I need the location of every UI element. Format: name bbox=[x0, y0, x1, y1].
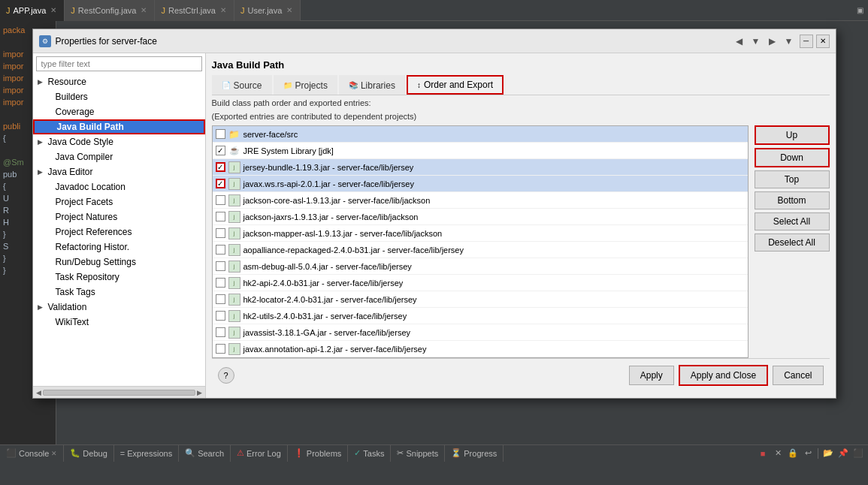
list-item-aopalliance[interactable]: j aopalliance-repackaged-2.4.0-b31.jar -… bbox=[213, 242, 748, 258]
cancel-button[interactable]: Cancel bbox=[773, 366, 823, 385]
jar-icon-10: j bbox=[228, 310, 240, 322]
tab-label-restctrl: RestCtrl.java bbox=[168, 6, 216, 15]
checkbox-javax-annotation[interactable] bbox=[216, 344, 225, 354]
list-item-javax-ws[interactable]: j javax.ws.rs-api-2.0.1.jar - server-fac… bbox=[213, 176, 748, 192]
tree-item-wikitext[interactable]: WikiText bbox=[33, 315, 205, 330]
dialog-overlay: ⚙ Properties for server-face ◀ ▼ ▶ ▼ ─ ✕ bbox=[0, 21, 868, 447]
tab-source[interactable]: 📄 Source bbox=[212, 75, 272, 95]
tree-item-java-build-path[interactable]: Java Build Path bbox=[33, 119, 205, 134]
checkbox-jackson-jaxrs[interactable] bbox=[216, 212, 225, 221]
checkbox-src[interactable] bbox=[216, 129, 225, 139]
console-close-icon[interactable]: ✕ bbox=[51, 450, 57, 457]
list-item-javassist[interactable]: j javassist-3.18.1-GA.jar - server-face/… bbox=[213, 324, 748, 341]
list-item-jre[interactable]: ☕ JRE System Library [jdk] bbox=[213, 143, 748, 159]
tab-restctrl[interactable]: J RestCtrl.java ✕ bbox=[155, 0, 234, 21]
search-label: Search bbox=[198, 449, 224, 458]
checkbox-hk2-utils[interactable] bbox=[216, 311, 225, 321]
tree-item-refactoring[interactable]: Refactoring Histor. bbox=[33, 239, 205, 255]
up-button[interactable]: Up bbox=[755, 125, 830, 145]
list-item-jackson-core[interactable]: j jackson-core-asl-1.9.13.jar - server-f… bbox=[213, 192, 748, 209]
tree-item-resource[interactable]: ▶ Resource bbox=[33, 74, 205, 89]
list-item-src[interactable]: 📁 server-face/src bbox=[213, 126, 748, 143]
tree-item-java-code-style[interactable]: ▶ Java Code Style bbox=[33, 134, 205, 149]
tree-item-task-repo[interactable]: Task Repository bbox=[33, 270, 205, 285]
tree-item-javadoc[interactable]: Javadoc Location bbox=[33, 179, 205, 194]
entries-list[interactable]: 📁 server-face/src ☕ JRE System Library [… bbox=[212, 125, 749, 358]
tree-arrow: ▶ bbox=[38, 303, 45, 311]
list-item-jersey-bundle[interactable]: j jersey-bundle-1.19.3.jar - server-face… bbox=[213, 159, 748, 176]
panel-toggle[interactable]: ▣ bbox=[851, 6, 868, 14]
item-text-src: server-face/src bbox=[243, 130, 298, 139]
checkbox-aopalliance[interactable] bbox=[216, 245, 225, 255]
tree-item-label: Coverage bbox=[56, 107, 95, 117]
checkbox-asm[interactable] bbox=[216, 261, 225, 271]
item-text-jersey-bundle: jersey-bundle-1.19.3.jar - server-face/l… bbox=[243, 163, 414, 172]
pin-button[interactable]: 📌 bbox=[836, 447, 850, 460]
tab-close-user[interactable]: ✕ bbox=[285, 5, 294, 15]
word-wrap-button[interactable]: ↩ bbox=[801, 447, 815, 460]
clear-button[interactable]: ✕ bbox=[771, 447, 785, 460]
checkbox-hk2-api[interactable] bbox=[216, 278, 225, 288]
checkbox-javax-ws[interactable] bbox=[216, 179, 225, 188]
dialog-minimize-button[interactable]: ─ bbox=[800, 35, 813, 48]
tree-item-coverage[interactable]: Coverage bbox=[33, 104, 205, 119]
checkbox-jackson-core[interactable] bbox=[216, 195, 225, 205]
tree-item-task-tags[interactable]: Task Tags bbox=[33, 285, 205, 300]
help-button[interactable]: ? bbox=[218, 367, 234, 384]
nav-down-button[interactable]: ▼ bbox=[749, 34, 764, 49]
checkbox-jackson-mapper[interactable] bbox=[216, 228, 225, 238]
tree-scrollbar[interactable]: ◀ ▶ bbox=[33, 386, 205, 398]
list-item-jackson-mapper[interactable]: j jackson-mapper-asl-1.9.13.jar - server… bbox=[213, 225, 748, 242]
scroll-lock-button[interactable]: 🔒 bbox=[786, 447, 800, 460]
down-button[interactable]: Down bbox=[755, 148, 830, 167]
tree-item-builders[interactable]: Builders bbox=[33, 89, 205, 104]
tab-app-java[interactable]: J APP.java ✕ bbox=[0, 0, 65, 21]
deselect-all-button[interactable]: Deselect All bbox=[755, 233, 830, 252]
tab-close-restconfig[interactable]: ✕ bbox=[139, 5, 148, 15]
filter-input[interactable] bbox=[36, 56, 202, 71]
list-item-hk2-api[interactable]: j hk2-api-2.4.0-b31.jar - server-face/li… bbox=[213, 275, 748, 291]
tab-user[interactable]: J User.java ✕ bbox=[234, 0, 301, 21]
jar-icon-4: j bbox=[228, 211, 240, 223]
tab-order-export[interactable]: ↕ Order and Export bbox=[407, 75, 504, 95]
tab-close-app[interactable]: ✕ bbox=[49, 5, 58, 15]
tree-item-validation[interactable]: ▶ Validation bbox=[33, 300, 205, 315]
stop-button[interactable]: ■ bbox=[756, 447, 770, 460]
list-item-hk2-utils[interactable]: j hk2-utils-2.4.0-b31.jar - server-face/… bbox=[213, 308, 748, 324]
tab-libraries[interactable]: 📚 Libraries bbox=[339, 75, 405, 95]
list-item-hk2-locator[interactable]: j hk2-locator-2.4.0-b31.jar - server-fac… bbox=[213, 291, 748, 308]
tree-item-java-compiler[interactable]: Java Compiler bbox=[33, 149, 205, 164]
tab-restconfig[interactable]: J RestConfig.java ✕ bbox=[65, 0, 155, 21]
list-item-javax-annotation[interactable]: j javax.annotation-api-1.2.jar - server-… bbox=[213, 341, 748, 357]
bottom-button[interactable]: Bottom bbox=[755, 191, 830, 209]
item-text-aopalliance: aopalliance-repackaged-2.4.0-b31.jar - s… bbox=[243, 246, 464, 255]
nav-forward-button[interactable]: ▶ bbox=[765, 34, 780, 49]
maximize-button[interactable]: ⬛ bbox=[851, 447, 865, 460]
tree-item-project-natures[interactable]: Project Natures bbox=[33, 209, 205, 224]
nav-back-button[interactable]: ◀ bbox=[732, 34, 747, 49]
top-button[interactable]: Top bbox=[755, 170, 830, 188]
tab-close-restctrl[interactable]: ✕ bbox=[219, 5, 228, 15]
tasks-label: Tasks bbox=[363, 449, 384, 458]
tree-item-project-facets[interactable]: Project Facets bbox=[33, 194, 205, 209]
checkbox-javassist[interactable] bbox=[216, 327, 225, 337]
tree-item-java-editor[interactable]: ▶ Java Editor bbox=[33, 164, 205, 179]
item-text-jackson-jaxrs: jackson-jaxrs-1.9.13.jar - server-face/l… bbox=[243, 212, 419, 221]
tab-order-label: Order and Export bbox=[424, 80, 493, 90]
tab-projects[interactable]: 📁 Projects bbox=[274, 75, 337, 95]
dialog-close-button[interactable]: ✕ bbox=[816, 35, 830, 48]
list-item-jackson-jaxrs[interactable]: j jackson-jaxrs-1.9.13.jar - server-face… bbox=[213, 209, 748, 225]
main-area: packa impor impor impor impor impor publ… bbox=[0, 21, 868, 444]
item-text-javassist: javassist-3.18.1-GA.jar - server-face/li… bbox=[243, 328, 411, 337]
open-file-button[interactable]: 📂 bbox=[821, 447, 835, 460]
apply-close-button[interactable]: Apply and Close bbox=[679, 365, 768, 386]
checkbox-hk2-locator[interactable] bbox=[216, 294, 225, 304]
nav-menu-button[interactable]: ▼ bbox=[782, 34, 797, 49]
checkbox-jersey-bundle[interactable] bbox=[216, 162, 225, 172]
tree-item-project-references[interactable]: Project References bbox=[33, 224, 205, 239]
checkbox-jre[interactable] bbox=[216, 146, 225, 155]
apply-button[interactable]: Apply bbox=[629, 366, 674, 385]
list-item-asm[interactable]: j asm-debug-all-5.0.4.jar - server-face/… bbox=[213, 258, 748, 275]
select-all-button[interactable]: Select All bbox=[755, 212, 830, 230]
tree-item-run-debug[interactable]: Run/Debug Settings bbox=[33, 255, 205, 270]
